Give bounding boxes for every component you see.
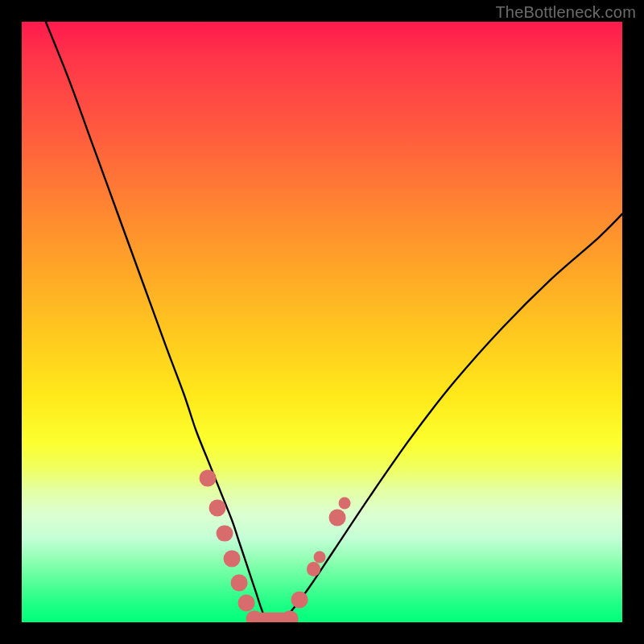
data-marker [238,595,255,612]
data-marker [217,525,233,542]
data-marker [307,562,321,576]
data-marker [224,550,241,567]
data-marker [209,500,226,517]
marker-layer [22,22,622,622]
plot-area [22,22,622,622]
chart-frame: TheBottleneck.com [0,0,644,644]
valley-track [254,612,289,622]
data-marker [231,574,248,591]
watermark-text: TheBottleneck.com [495,3,636,22]
data-marker [314,551,326,564]
data-marker [329,510,346,526]
data-marker [339,497,351,510]
data-marker [200,470,217,487]
data-marker [291,591,308,608]
